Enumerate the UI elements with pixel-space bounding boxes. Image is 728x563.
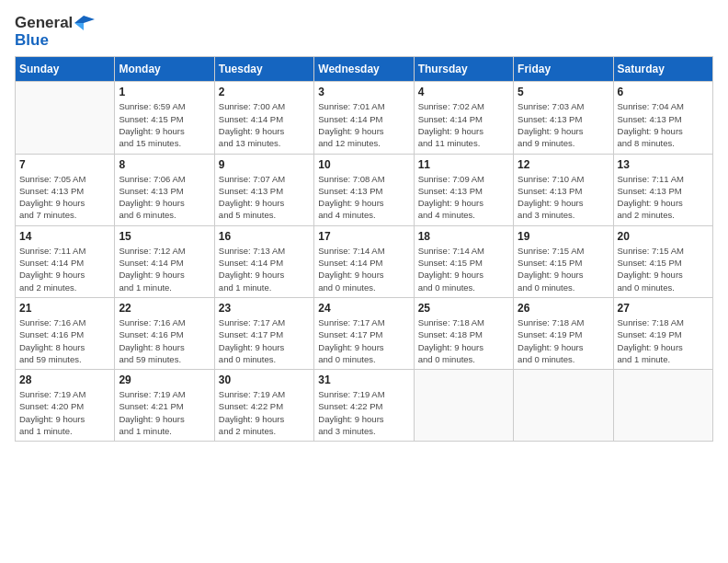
info-line: and 0 minutes. [618, 282, 675, 293]
info-line: Sunset: 4:15 PM [618, 258, 682, 268]
calendar-cell [16, 82, 115, 154]
day-info: Sunrise: 7:00 AMSunset: 4:14 PMDaylight:… [219, 100, 310, 149]
info-line: Sunset: 4:13 PM [618, 186, 682, 196]
svg-marker-0 [74, 16, 95, 23]
info-line: Daylight: 9 hours [19, 198, 85, 208]
info-line: Sunset: 4:19 PM [518, 329, 582, 339]
day-header-sunday: Sunday [16, 57, 115, 82]
day-number: 22 [119, 302, 210, 315]
info-line: and 1 minute. [618, 354, 671, 364]
info-line: Sunrise: 7:04 AM [618, 101, 684, 111]
info-line: Daylight: 8 hours [119, 342, 184, 352]
calendar-cell: 11Sunrise: 7:09 AMSunset: 4:13 PMDayligh… [414, 154, 513, 225]
logo-bird-icon [74, 16, 95, 30]
info-line: and 2 minutes. [219, 426, 276, 436]
info-line: Sunrise: 7:14 AM [418, 246, 484, 256]
day-info: Sunrise: 7:19 AMSunset: 4:20 PMDaylight:… [19, 388, 110, 437]
calendar-cell: 6Sunrise: 7:04 AMSunset: 4:13 PMDaylight… [613, 82, 712, 154]
info-line: Daylight: 9 hours [119, 126, 184, 136]
day-header-thursday: Thursday [414, 57, 513, 82]
day-number: 5 [518, 86, 609, 98]
day-number: 15 [119, 230, 210, 243]
day-header-friday: Friday [514, 57, 613, 82]
day-number: 21 [19, 302, 110, 315]
info-line: Sunset: 4:16 PM [119, 329, 183, 339]
calendar-cell: 4Sunrise: 7:02 AMSunset: 4:14 PMDaylight… [414, 82, 513, 154]
info-line: Sunrise: 7:17 AM [318, 317, 384, 327]
calendar-cell: 2Sunrise: 7:00 AMSunset: 4:14 PMDaylight… [214, 82, 313, 154]
info-line: and 2 minutes. [618, 210, 675, 220]
info-line: Daylight: 9 hours [318, 414, 383, 424]
info-line: Daylight: 9 hours [19, 270, 85, 280]
day-number: 7 [19, 158, 110, 171]
info-line: Daylight: 9 hours [119, 270, 184, 280]
info-line: and 11 minutes. [418, 138, 481, 148]
info-line: Sunset: 4:22 PM [318, 401, 382, 411]
calendar-cell: 23Sunrise: 7:17 AMSunset: 4:17 PMDayligh… [214, 297, 313, 369]
info-line: Sunset: 4:13 PM [318, 186, 382, 196]
info-line: Sunrise: 7:14 AM [318, 246, 384, 256]
day-info: Sunrise: 7:01 AMSunset: 4:14 PMDaylight:… [318, 100, 409, 149]
info-line: Sunset: 4:14 PM [418, 114, 483, 124]
info-line: Sunset: 4:22 PM [219, 401, 283, 411]
info-line: and 13 minutes. [219, 138, 281, 148]
info-line: Sunset: 4:14 PM [19, 258, 84, 268]
day-number: 11 [418, 158, 509, 171]
day-info: Sunrise: 7:16 AMSunset: 4:16 PMDaylight:… [19, 316, 110, 365]
info-line: Sunrise: 7:10 AM [518, 174, 584, 184]
day-number: 25 [418, 302, 509, 315]
info-line: Sunrise: 7:13 AM [219, 246, 285, 256]
calendar-cell: 21Sunrise: 7:16 AMSunset: 4:16 PMDayligh… [16, 297, 115, 369]
info-line: Sunset: 4:14 PM [219, 258, 283, 268]
info-line: Sunrise: 7:19 AM [318, 389, 384, 399]
info-line: Sunset: 4:13 PM [518, 186, 582, 196]
day-info: Sunrise: 7:17 AMSunset: 4:17 PMDaylight:… [219, 316, 310, 365]
info-line: and 1 minute. [219, 282, 272, 293]
day-info: Sunrise: 7:06 AMSunset: 4:13 PMDaylight:… [119, 173, 210, 222]
info-line: Sunrise: 7:16 AM [19, 317, 85, 327]
day-number: 28 [19, 373, 110, 386]
day-number: 4 [418, 86, 509, 98]
day-info: Sunrise: 7:08 AMSunset: 4:13 PMDaylight:… [318, 173, 409, 222]
calendar-cell: 29Sunrise: 7:19 AMSunset: 4:21 PMDayligh… [115, 370, 214, 442]
info-line: Sunrise: 7:06 AM [119, 174, 185, 184]
info-line: and 4 minutes. [418, 210, 475, 220]
day-number: 19 [518, 230, 609, 243]
info-line: Daylight: 9 hours [418, 198, 483, 208]
info-line: and 0 minutes. [418, 282, 475, 293]
info-line: Sunset: 4:17 PM [318, 329, 382, 339]
day-number: 30 [219, 373, 310, 386]
info-line: Daylight: 9 hours [618, 198, 683, 208]
info-line: Daylight: 9 hours [318, 198, 383, 208]
day-number: 20 [618, 230, 709, 243]
info-line: Sunrise: 7:11 AM [618, 174, 684, 184]
info-line: Sunset: 4:14 PM [119, 258, 183, 268]
info-line: Sunrise: 7:09 AM [418, 174, 484, 184]
day-info: Sunrise: 7:19 AMSunset: 4:22 PMDaylight:… [219, 388, 310, 437]
day-number: 29 [119, 373, 210, 386]
calendar-cell: 13Sunrise: 7:11 AMSunset: 4:13 PMDayligh… [613, 154, 712, 225]
calendar-week-1: 1Sunrise: 6:59 AMSunset: 4:15 PMDaylight… [16, 82, 713, 154]
info-line: Daylight: 9 hours [418, 270, 483, 280]
info-line: Sunrise: 7:08 AM [318, 174, 384, 184]
info-line: Sunrise: 7:16 AM [119, 317, 185, 327]
logo: General Blue [15, 15, 95, 49]
info-line: Daylight: 9 hours [618, 270, 683, 280]
day-number: 18 [418, 230, 509, 243]
info-line: and 12 minutes. [318, 138, 381, 148]
calendar-cell: 25Sunrise: 7:18 AMSunset: 4:18 PMDayligh… [414, 297, 513, 369]
calendar-cell: 27Sunrise: 7:18 AMSunset: 4:19 PMDayligh… [613, 297, 712, 369]
info-line: Daylight: 9 hours [219, 198, 284, 208]
calendar-week-3: 14Sunrise: 7:11 AMSunset: 4:14 PMDayligh… [16, 225, 713, 297]
info-line: Sunset: 4:16 PM [19, 329, 84, 339]
day-number: 26 [518, 302, 609, 315]
info-line: Daylight: 8 hours [19, 342, 85, 352]
info-line: and 3 minutes. [518, 210, 574, 220]
calendar-cell: 10Sunrise: 7:08 AMSunset: 4:13 PMDayligh… [314, 154, 414, 225]
calendar-cell: 22Sunrise: 7:16 AMSunset: 4:16 PMDayligh… [115, 297, 214, 369]
calendar-cell: 14Sunrise: 7:11 AMSunset: 4:14 PMDayligh… [16, 225, 115, 297]
day-number: 2 [219, 86, 310, 98]
calendar-header-row: SundayMondayTuesdayWednesdayThursdayFrid… [16, 57, 713, 82]
day-info: Sunrise: 7:05 AMSunset: 4:13 PMDaylight:… [19, 173, 110, 222]
info-line: and 9 minutes. [518, 138, 574, 148]
